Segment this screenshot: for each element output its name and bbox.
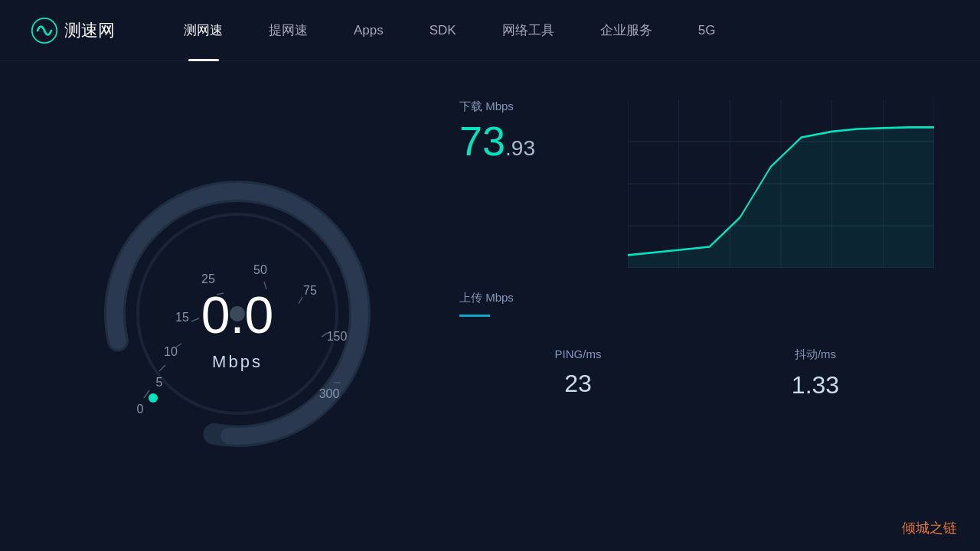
header: 测速网 测网速 提网速 Apps SDK 网络工具 企业服务 5G	[0, 0, 980, 61]
download-value: 73.93	[459, 120, 628, 161]
svg-line-16	[191, 318, 199, 321]
nav-item-qiyefuwu[interactable]: 企业服务	[577, 0, 675, 61]
svg-point-22	[149, 393, 158, 403]
speedometer: 0 5 10 15 25 50 75 150 300	[92, 161, 383, 452]
watermark: 倾城之链	[902, 519, 957, 537]
download-chart	[628, 99, 934, 268]
chart-section: 下载 Mbps 73.93	[459, 99, 934, 268]
upload-section: 上传 Mbps	[459, 291, 934, 317]
ping-block: PING/ms 23	[459, 347, 697, 399]
logo-text: 测速网	[64, 19, 115, 42]
download-chart-svg	[628, 99, 934, 268]
svg-text:75: 75	[303, 284, 317, 297]
nav-item-wangluo[interactable]: 网络工具	[479, 0, 577, 61]
right-panel: 下载 Mbps 73.93	[429, 77, 934, 536]
nav-item-apps[interactable]: Apps	[331, 0, 407, 61]
nav-item-5g[interactable]: 5G	[675, 0, 739, 61]
download-label: 下载 Mbps	[459, 99, 628, 114]
svg-text:15: 15	[175, 311, 189, 324]
nav: 测网速 提网速 Apps SDK 网络工具 企业服务 5G	[161, 0, 949, 61]
nav-item-cesuwang[interactable]: 测网速	[161, 0, 246, 61]
nav-item-tiwangsu[interactable]: 提网速	[246, 0, 331, 61]
nav-item-sdk[interactable]: SDK	[407, 0, 479, 61]
upload-label: 上传 Mbps	[459, 291, 934, 305]
jitter-block: 抖动/ms 1.33	[697, 347, 934, 399]
jitter-label: 抖动/ms	[697, 347, 934, 362]
svg-line-13	[144, 390, 149, 398]
svg-text:0: 0	[137, 403, 144, 416]
svg-text:25: 25	[201, 272, 215, 285]
download-integer: 73	[459, 118, 505, 164]
svg-text:50: 50	[253, 263, 267, 276]
svg-text:5: 5	[156, 376, 163, 389]
svg-text:Mbps: Mbps	[212, 352, 263, 371]
speedometer-section: 0 5 10 15 25 50 75 150 300	[46, 161, 429, 452]
speedometer-svg: 0 5 10 15 25 50 75 150 300	[92, 161, 383, 452]
download-decimal: .93	[505, 136, 535, 160]
ping-value: 23	[459, 370, 697, 398]
main-content: 0 5 10 15 25 50 75 150 300	[0, 61, 980, 551]
bottom-stats: PING/ms 23 抖动/ms 1.33	[459, 347, 934, 399]
svg-text:150: 150	[327, 330, 348, 343]
svg-text:300: 300	[319, 387, 340, 400]
upload-underline	[459, 315, 490, 317]
logo[interactable]: 测速网	[31, 17, 115, 44]
svg-line-14	[159, 365, 165, 371]
svg-text:0.0: 0.0	[201, 285, 274, 344]
svg-line-19	[299, 297, 302, 304]
jitter-value: 1.33	[697, 371, 934, 399]
download-metric: 下载 Mbps 73.93	[459, 99, 628, 268]
ping-label: PING/ms	[459, 347, 697, 360]
logo-icon	[31, 17, 58, 44]
